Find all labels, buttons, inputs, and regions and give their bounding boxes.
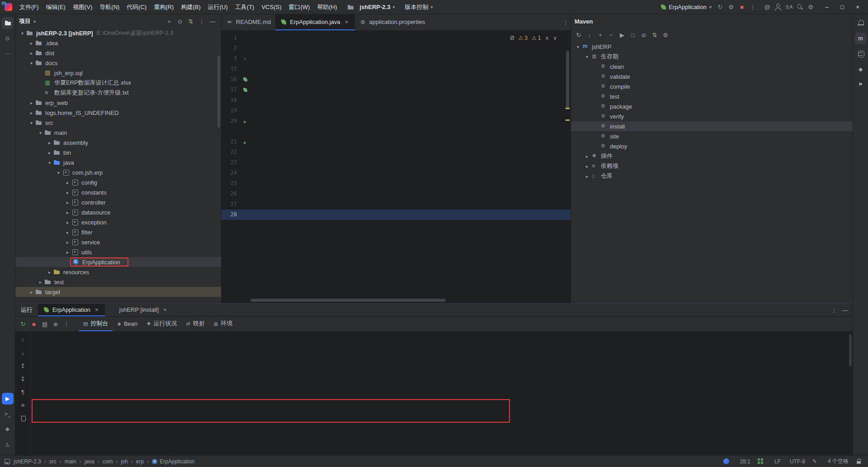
expand-collapse-icon[interactable]: ⇅ [186,16,196,26]
gutter-icon[interactable] [241,199,250,210]
tree-chevron-icon[interactable]: ▸ [64,220,71,225]
console-view-tab[interactable]: ⇄ 映射 [181,317,209,331]
terminal-tool-icon[interactable]: >_ [2,408,14,420]
scrollbar-thumb[interactable] [217,55,220,128]
more-icon[interactable]: ⋮ [829,305,839,315]
run-configuration-selector[interactable]: ErpApplication ▾ [657,2,715,13]
menu-item[interactable]: 文件(F) [16,0,42,14]
gutter-icon[interactable] [241,43,250,53]
maven-tree-row[interactable]: ▸ 插件 [571,151,853,161]
problems-tool-icon[interactable]: ⚠ [2,439,14,451]
project-tree-row[interactable]: 华夏ERP数据库设计汇总.xlsx [15,78,221,88]
plugin-grid-icon[interactable] [758,460,765,462]
gutter-icon[interactable] [241,147,250,157]
indent-config[interactable]: 4 个空格 [826,457,849,465]
menu-item[interactable]: 工具(T) [231,0,258,14]
add-maven-project-icon[interactable]: + [595,30,605,40]
gutter-icon[interactable] [241,210,250,220]
database-tool-icon[interactable] [855,48,867,60]
scroll-down-icon[interactable]: ↓ [18,348,28,357]
tree-chevron-icon[interactable]: ▸ [584,154,590,159]
project-tree-row[interactable]: ▾ com.jsh.erp [15,167,221,177]
next-problem-icon[interactable]: ∨ [553,35,557,41]
run-tool-icon[interactable]: ▶ [2,393,14,405]
add-icon[interactable]: + [164,16,174,26]
project-tree-row[interactable]: ▸ target [15,287,221,297]
warning-stripe-mark[interactable] [566,108,570,109]
close-button[interactable]: × [850,1,865,14]
editor-tab[interactable]: application.properties × [355,14,430,30]
clear-console-icon[interactable] [18,413,28,423]
tree-chevron-icon[interactable]: ▸ [64,240,71,245]
scroll-end-icon[interactable]: ↧ [18,374,28,384]
tree-chevron-icon[interactable]: ▾ [37,130,44,135]
tree-chevron-icon[interactable]: ▾ [28,120,35,125]
tree-chevron-icon[interactable]: ▾ [55,170,62,175]
locate-file-icon[interactable]: ⊙ [175,16,185,26]
highlighting-level-icon[interactable]: Ø [510,35,514,41]
tree-chevron-icon[interactable]: ▸ [46,270,53,275]
gutter-icon[interactable] [241,53,250,64]
tree-chevron-icon[interactable]: ▾ [575,44,581,49]
gutter-icon[interactable] [241,74,250,85]
ai-plugin-icon[interactable] [723,458,731,464]
breadcrumb-item[interactable]: erp [128,458,144,465]
menu-item[interactable]: 导航(N) [96,0,123,14]
editor-tab[interactable]: README.md × [222,14,275,30]
prev-problem-icon[interactable]: ∧ [545,35,549,41]
console-settings-icon[interactable]: ≡ [18,400,28,410]
skip-tests-icon[interactable]: ⊘ [639,30,649,40]
ai-assistant-icon[interactable]: ◆ [855,63,867,75]
tabs-more-icon[interactable]: ⋮ [561,18,571,28]
tree-chevron-icon[interactable]: ▾ [28,61,35,66]
maven-tree-row[interactable]: ▾ jshERP [571,42,853,52]
project-tree-row[interactable]: ▸ controller [15,197,221,207]
project-tree-row[interactable]: ▸ resources [15,267,221,277]
breadcrumb-item[interactable]: jshERP-2.3 [14,458,41,465]
maven-tree-row[interactable]: ▸ 依赖项 [571,161,853,171]
sync-maven-icon[interactable]: ↻ [574,30,584,40]
project-tree-row[interactable]: ▸ service [15,237,221,247]
project-tree-row[interactable]: ▸ erp_web [15,98,221,108]
tree-chevron-icon[interactable]: ▸ [584,174,590,179]
gutter-icon[interactable] [241,137,250,147]
warning-count[interactable]: ⚠ 3 [519,35,528,41]
project-tree-row[interactable]: ▸ logs.home_IS_UNDEFINED [15,108,221,118]
inspections-widget[interactable]: Ø ⚠ 3 ⚠ 1 ∧ ∨ [506,33,561,43]
tree-chevron-icon[interactable]: ▸ [46,150,53,155]
menu-item[interactable]: 帮助(H) [313,0,340,14]
editor-hscrollbar-thumb[interactable] [250,299,446,302]
stop-button[interactable]: ■ [737,2,747,12]
project-tree-row[interactable]: ▾ docs [15,58,221,68]
console-scrollbar-thumb[interactable] [849,334,852,366]
tree-chevron-icon[interactable]: ▸ [64,180,71,185]
project-tree-row[interactable]: jsh_erp.sql [15,68,221,78]
project-tree-row[interactable]: ▾ jshERP-2.3 [jshERP] E:\OneDrive\桌面\jsh… [15,28,221,38]
indent-style-icon[interactable]: ✎ [812,458,819,465]
tree-chevron-icon[interactable]: ▸ [64,200,71,205]
mention-icon[interactable]: @ [762,2,772,12]
project-tree-row[interactable]: ▸ dist [15,48,221,58]
close-tab-icon[interactable]: × [93,306,100,313]
tree-chevron-icon[interactable]: ▸ [64,190,71,195]
gutter-icon[interactable] [241,105,250,116]
search-icon[interactable] [795,2,805,12]
console-output[interactable]: 2025/08/12-09:13:30 DEBUG [main] com.jsh… [31,332,853,455]
tree-chevron-icon[interactable]: ▸ [64,250,71,255]
console-view-tab[interactable]: ✚ 运行状况 [142,317,181,331]
tree-chevron-icon[interactable]: ▸ [46,140,53,145]
breadcrumb-item[interactable]: ErpApplication [144,458,194,465]
project-widget[interactable]: jshERP-2.3 ▾ [343,2,398,13]
tree-chevron-icon[interactable]: ▾ [19,31,26,36]
project-tree-row[interactable]: ▸ filter [15,227,221,237]
pin-tab-icon[interactable]: ⊕ [51,319,61,329]
maven-tree-row[interactable]: deploy [571,141,853,151]
breadcrumb-item[interactable]: com [94,458,113,465]
tree-chevron-icon[interactable]: ▾ [46,160,53,165]
gutter-icon[interactable] [241,157,250,168]
close-tab-icon[interactable]: × [161,306,169,313]
scroll-top-icon[interactable]: ↥ [18,361,28,371]
tree-chevron-icon[interactable]: ▸ [28,290,35,295]
project-tree-row[interactable]: ▸ constants [15,187,221,197]
gutter-icon[interactable] [241,33,250,43]
